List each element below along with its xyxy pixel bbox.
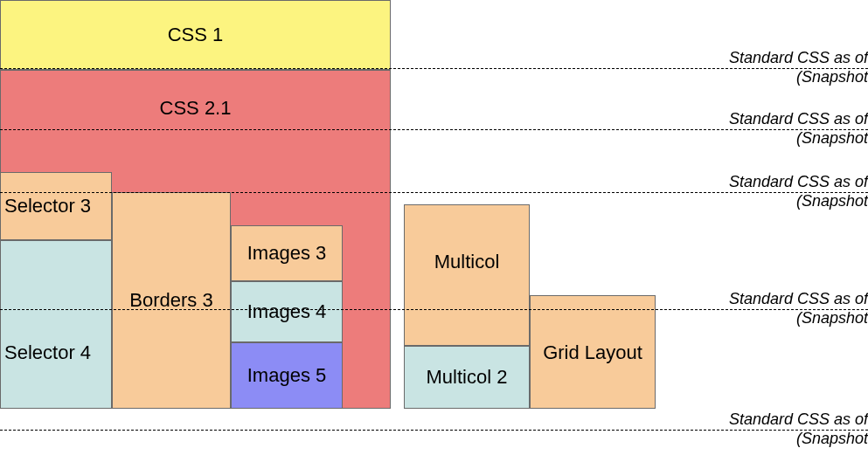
block-images3: Images 3 xyxy=(231,225,343,281)
block-images4: Images 4 xyxy=(231,281,343,342)
annotation-3-line1: Standard CSS as of xyxy=(729,173,868,190)
annotation-1: Standard CSS as of (Snapshot xyxy=(729,49,868,86)
annotation-4: Standard CSS as of (Snapshot xyxy=(729,290,868,327)
annotation-5-line1: Standard CSS as of xyxy=(729,410,868,428)
block-selector4: Selector 4 xyxy=(0,240,112,409)
label-images5: Images 5 xyxy=(247,364,327,387)
label-selector3: Selector 3 xyxy=(4,195,91,217)
label-multicol2: Multicol 2 xyxy=(427,366,508,389)
block-multicol: Multicol xyxy=(404,204,530,346)
block-css1: CSS 1 xyxy=(0,0,391,70)
annotation-5-line2: (Snapshot xyxy=(796,430,868,447)
annotation-5: Standard CSS as of (Snapshot xyxy=(729,410,868,448)
label-selector4: Selector 4 xyxy=(4,341,91,364)
label-images4: Images 4 xyxy=(247,300,327,323)
annotation-2-line2: (Snapshot xyxy=(796,129,868,147)
label-css21: CSS 2.1 xyxy=(1,97,390,120)
label-css1: CSS 1 xyxy=(168,24,224,46)
annotation-1-line1: Standard CSS as of xyxy=(729,49,868,66)
block-borders3: Borders 3 xyxy=(112,192,231,409)
annotation-3-line2: (Snapshot xyxy=(796,192,868,210)
annotation-2-line1: Standard CSS as of xyxy=(729,110,868,128)
annotation-2: Standard CSS as of (Snapshot xyxy=(729,110,868,148)
annotation-4-line1: Standard CSS as of xyxy=(729,290,868,307)
annotation-3: Standard CSS as of (Snapshot xyxy=(729,173,868,210)
block-selector3: Selector 3 xyxy=(0,172,112,240)
block-images5: Images 5 xyxy=(231,342,343,409)
block-multicol2: Multicol 2 xyxy=(404,346,530,409)
label-multicol: Multicol xyxy=(405,251,529,273)
label-images3: Images 3 xyxy=(247,242,327,265)
annotation-4-line2: (Snapshot xyxy=(796,309,868,327)
block-gridlayout: Grid Layout xyxy=(530,295,656,409)
label-gridlayout: Grid Layout xyxy=(531,341,655,364)
annotation-1-line2: (Snapshot xyxy=(796,68,868,86)
